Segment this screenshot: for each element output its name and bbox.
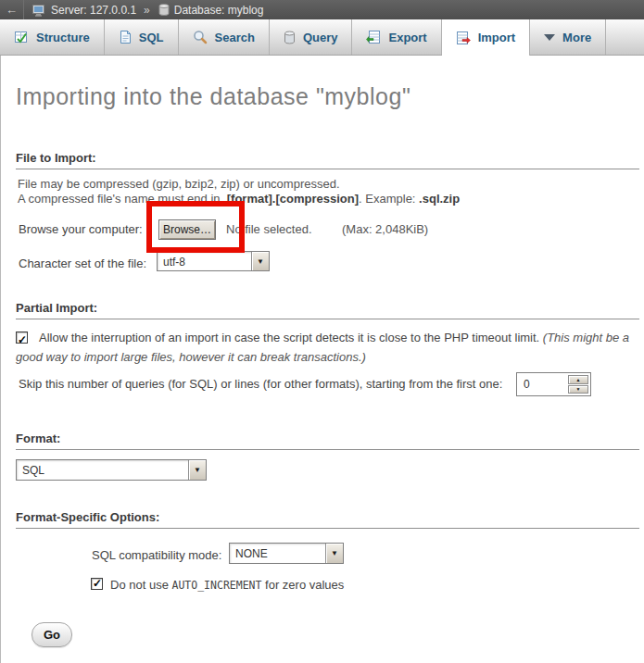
search-icon [193,30,208,44]
sql-compat-select[interactable]: NONE [229,543,344,564]
max-size-text: (Max: 2,048KiB) [342,222,428,236]
skip-queries-input[interactable]: 0 [516,372,591,396]
tab-export[interactable]: Export [352,19,441,55]
back-arrow-button[interactable]: ← [0,0,24,19]
tab-label: Query [303,31,338,44]
format-select[interactable]: SQL [16,459,207,481]
no-file-selected-text: No file selected. [226,222,312,236]
tab-label: Export [388,31,426,44]
tab-more[interactable]: More [530,19,606,55]
chevron-down-icon[interactable] [251,252,269,270]
charset-label: Character set of the file: [19,256,146,270]
tab-query[interactable]: Query [270,19,353,55]
chevron-down-icon[interactable] [325,544,343,563]
breadcrumb-database[interactable]: Database: myblog [158,4,264,17]
breadcrumb-separator: » [144,4,150,17]
section-heading-format: Format: [16,432,639,450]
auto-increment-code: AUTO_INCREMENT [172,579,262,592]
export-icon [366,30,381,44]
tab-import[interactable]: Import [442,19,530,56]
chevron-down-icon[interactable] [188,460,206,480]
section-heading-partial-import: Partial Import: [16,301,639,319]
format-selected-value: SQL [17,460,188,480]
spinner-down-icon[interactable] [568,385,588,394]
go-button[interactable]: Go [32,622,72,647]
sql-compat-selected-value: NONE [230,544,325,563]
zero-values-label: Do not use AUTO_INCREMENT for zero value… [110,578,344,592]
sql-icon [119,30,132,44]
chevron-down-icon [544,34,555,41]
browse-button[interactable]: Browse… [158,219,216,240]
import-page: Importing into the database "myblog" Fil… [0,56,644,663]
section-heading-file-to-import: File to Import: [16,151,639,169]
tab-sql[interactable]: SQL [105,19,179,55]
skip-queries-label: Skip this number of queries (for SQL) or… [19,377,502,391]
breadcrumb-server[interactable]: Server: 127.0.0.1 [32,4,136,17]
tab-label: More [562,31,591,44]
tab-structure[interactable]: Structure [0,19,105,55]
page-title: Importing into the database "myblog" [16,83,410,110]
charset-select[interactable]: utf-8 [157,251,270,271]
breadcrumb-database-label: Database: myblog [174,4,264,17]
allow-interruption-text: Allow the interruption of an import in c… [39,331,543,344]
allow-interruption-checkbox[interactable] [16,332,28,344]
tab-label: Search [215,31,255,44]
tab-label: Structure [36,31,90,44]
query-icon [284,31,296,44]
server-icon [32,4,46,17]
tab-bar: Structure SQL Search Query Export Import… [0,19,644,56]
tab-search[interactable]: Search [179,19,270,55]
compression-info-line1: File may be compressed (gzip, bzip2, zip… [18,177,340,191]
database-icon [158,4,170,16]
browse-label: Browse your computer: [19,222,143,236]
spinner-up-icon[interactable] [568,375,588,384]
breadcrumb-server-label: Server: 127.0.0.1 [51,4,136,17]
back-arrow-icon: ← [6,3,18,17]
spinner-control [566,373,590,395]
compression-info-line2: A compressed file's name must end in .[f… [18,192,460,206]
import-icon [456,31,471,45]
charset-selected-value: utf-8 [158,252,251,270]
structure-icon [14,30,29,44]
tab-label: Import [478,31,515,44]
partial-import-option: Allow the interruption of an import in c… [16,328,633,367]
section-heading-format-options: Format-Specific Options: [16,510,639,529]
zero-values-checkbox[interactable] [91,578,103,590]
skip-queries-value: 0 [517,373,566,395]
breadcrumb: ← Server: 127.0.0.1 » Database: myblog [0,0,644,19]
tab-label: SQL [139,31,164,44]
sql-compat-label: SQL compatibility mode: [92,548,221,562]
